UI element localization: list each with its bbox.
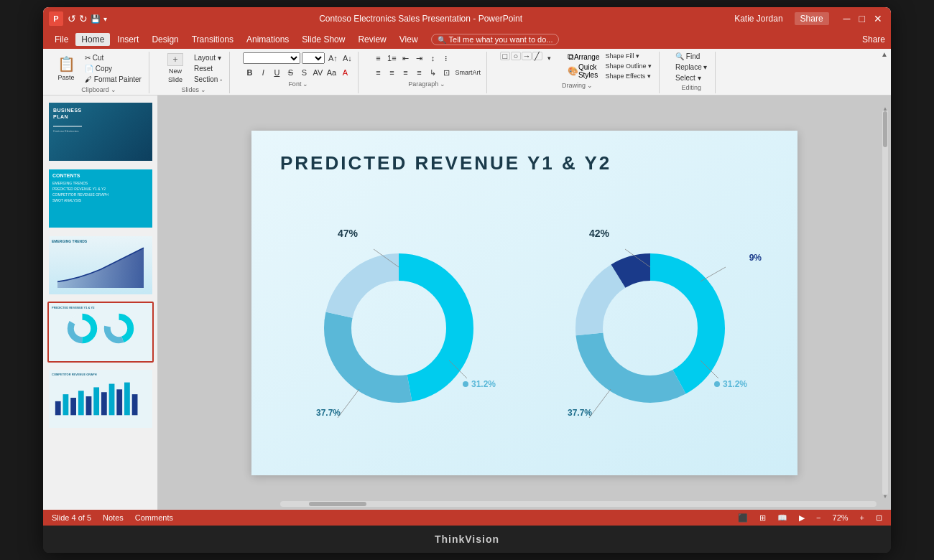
shadow-button[interactable]: S [297,66,310,79]
menu-view[interactable]: View [394,33,424,46]
view-slide-sorter-icon[interactable]: ⊞ [759,513,766,523]
tell-me-box[interactable]: 🔍 Tell me what you want to do... [431,34,560,45]
minimize-button[interactable]: ─ [841,13,854,24]
strikethrough-button[interactable]: S [284,66,297,79]
align-center-button[interactable]: ≡ [385,66,398,79]
dropdown-icon[interactable]: ▾ [103,15,107,23]
ribbon-group-paragraph: ≡ 1≡ ⇤ ⇥ ↕ ⫶ ≡ ≡ ≡ ≡ ↳ ⊡ SmartArt [367,52,487,93]
copy-button[interactable]: 📄 Copy [82,64,144,73]
chart2-label-31: 31.2% [714,379,747,389]
shapes-circle-icon[interactable]: ○ [511,52,521,60]
status-bar: Slide 4 of 5 Notes Comments ⬛ ⊞ 📖 ▶ − 72… [43,510,891,526]
slides-expand-icon[interactable]: ⌄ [200,86,206,93]
font-family-select[interactable] [243,52,300,64]
find-button[interactable]: 🔍 Find [672,52,710,61]
share-button[interactable]: Share [795,12,829,25]
shape-effects-button[interactable]: Shape Effects ▾ [602,72,655,80]
menu-animations[interactable]: Animations [241,33,295,46]
shape-fill-button[interactable]: Shape Fill ▾ [602,52,655,60]
font-color-button[interactable]: A [338,66,351,79]
font-grow-button[interactable]: A↑ [326,52,339,65]
shapes-more-icon[interactable]: ▾ [543,52,556,65]
line-spacing-button[interactable]: ↕ [426,52,439,65]
font-expand-icon[interactable]: ⌄ [302,80,308,88]
view-normal-icon[interactable]: ⬛ [738,513,748,523]
comments-button[interactable]: Comments [135,513,173,522]
quick-styles-button[interactable]: 🎨 QuickStyles [568,63,600,79]
scrollbar-thumb-h[interactable] [309,502,366,506]
bullets-button[interactable]: ≡ [371,52,384,65]
scroll-up-button[interactable]: ▲ [882,106,888,112]
menu-bar: File Home Insert Design Transitions Anim… [43,30,891,49]
view-slideshow-icon[interactable]: ▶ [799,513,805,523]
notes-button[interactable]: Notes [103,513,124,522]
menu-insert[interactable]: Insert [111,33,144,46]
align-text-button[interactable]: ⊡ [440,66,453,79]
maximize-button[interactable]: □ [856,13,868,24]
smartart-button[interactable]: SmartArt [453,66,482,79]
justify-button[interactable]: ≡ [412,66,425,79]
bold-button[interactable]: B [243,66,256,79]
slide-1-subtitle: Contoso Electronics [53,129,82,133]
menu-design[interactable]: Design [146,33,184,46]
reset-button[interactable]: Reset [191,64,225,73]
slide-thumb-5[interactable]: COMPETITOR REVENUE GRAPH [47,368,154,429]
fit-slide-button[interactable]: ⊡ [876,513,882,523]
font-size-select[interactable] [302,52,325,64]
align-left-button[interactable]: ≡ [371,66,384,79]
columns-button[interactable]: ⫶ [440,52,453,65]
redo-icon[interactable]: ↻ [79,13,88,24]
undo-icon[interactable]: ↺ [68,13,76,24]
menu-slideshow[interactable]: Slide Show [296,33,351,46]
increase-indent-button[interactable]: ⇥ [412,52,425,65]
view-reading-icon[interactable]: 📖 [777,513,787,523]
vertical-scrollbar[interactable] [882,110,888,495]
zoom-out-button[interactable]: − [816,513,820,522]
scroll-down-button[interactable]: ▼ [882,493,888,500]
menu-review[interactable]: Review [352,33,392,46]
share-menu-button[interactable]: Share [862,34,885,45]
new-slide-button[interactable]: + New Slide [162,52,188,85]
shape-outline-button[interactable]: Shape Outline ▾ [602,62,655,70]
shapes-square-icon[interactable]: □ [500,52,510,60]
slide-thumb-1[interactable]: BUSINESSPLAN Contoso Electronics [47,101,154,162]
slide-canvas[interactable]: PREDICTED REVENUE Y1 & Y2 47% [251,131,797,475]
monitor-brand: ThinkVision [435,533,499,545]
paragraph-expand-icon[interactable]: ⌄ [440,80,445,88]
drawing-expand-icon[interactable]: ⌄ [587,82,593,89]
horizontal-scrollbar[interactable] [280,501,877,507]
section-button[interactable]: Section - [191,75,225,84]
font-shrink-button[interactable]: A↓ [341,52,353,65]
zoom-in-button[interactable]: + [860,513,864,522]
shapes-arrow-icon[interactable]: → [522,52,532,60]
arrange-button[interactable]: ⧉ Arrange [568,52,600,62]
ribbon-group-slides: + New Slide Layout ▾ Reset Section - Sli… [158,52,230,93]
clipboard-expand-icon[interactable]: ⌄ [111,86,116,93]
italic-button[interactable]: I [256,66,269,79]
layout-button[interactable]: Layout ▾ [191,53,225,62]
char-spacing-button[interactable]: AV [311,66,324,79]
shapes-line-icon[interactable]: ╱ [532,52,542,60]
menu-file[interactable]: File [49,33,74,46]
replace-button[interactable]: Replace ▾ [672,62,710,72]
decrease-indent-button[interactable]: ⇤ [399,52,412,65]
cut-button[interactable]: ✂ Cut [82,53,144,62]
menu-transitions[interactable]: Transitions [186,33,239,46]
scrollbar-thumb-v[interactable] [883,111,887,147]
font-label: Font ⌄ [288,80,308,88]
ribbon-collapse-button[interactable]: ▲ [881,50,888,58]
underline-button[interactable]: U [270,66,283,79]
menu-home[interactable]: Home [75,33,110,46]
numbering-button[interactable]: 1≡ [385,52,398,65]
text-direction-button[interactable]: ↳ [426,66,439,79]
format-painter-button[interactable]: 🖌 Format Painter [82,75,144,84]
align-right-button[interactable]: ≡ [399,66,412,79]
select-button[interactable]: Select ▾ [672,73,710,83]
change-case-button[interactable]: Aa [325,66,338,79]
slide-thumb-2[interactable]: CONTENTS EMERGING TRENDS PREDICTED REVEN… [47,168,154,229]
slide-thumb-4[interactable]: PREDICTED REVENUE Y1 & Y2 [47,302,154,363]
quick-save-icon[interactable]: 💾 [91,14,101,24]
slide-thumb-3[interactable]: EMERGING TRENDS [47,235,154,296]
close-button[interactable]: ✕ [871,13,885,24]
paste-button[interactable]: 📋 Paste [53,54,79,83]
